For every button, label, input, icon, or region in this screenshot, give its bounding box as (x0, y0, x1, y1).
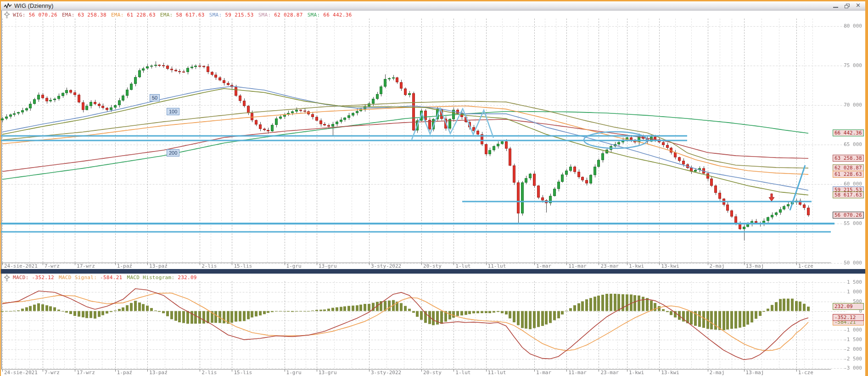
date-label-main: 13-kwi (661, 263, 679, 269)
minimize-button[interactable] (832, 3, 840, 9)
price-tag-label: 63 258.38 (833, 155, 864, 162)
title-bar[interactable]: WIG (Dzienny) ✕ (1, 1, 865, 11)
main-legend-item-value: 58 617.63 (176, 12, 204, 18)
date-label-main: 24-sie-2021 (4, 263, 38, 269)
date-label-macd: 13-paź (149, 370, 168, 376)
main-legend-item-value: 66 442.36 (323, 12, 352, 18)
macd-axis-label: -3 000 (834, 365, 862, 371)
date-label-main: 1-paź (117, 263, 132, 269)
main-legend-item-value: 59 215.53 (225, 12, 253, 18)
date-label-main: 17-wrz (77, 263, 95, 269)
macd-tag-label: 232.09 (833, 303, 864, 310)
main-legend: WIG: 56 070.26EMA: 63 258.38EMA: 61 228.… (2, 11, 357, 18)
date-label-main: 2-lis (202, 263, 217, 269)
date-label-macd: 1-cze (798, 370, 813, 376)
date-label-macd: 2-lis (202, 370, 217, 376)
price-tag-label: 56 070.26 (833, 212, 864, 219)
chart-line-icon (4, 3, 12, 9)
date-label-macd: 1-lut (455, 370, 470, 376)
macd-legend-item-value: -584.21 (100, 275, 122, 281)
date-label-main: 1-kwi (629, 263, 644, 269)
window-title: WIG (Dzienny) (14, 2, 53, 9)
price-axis-label: 80 000 (834, 23, 862, 29)
macd-legend: MACD: -352.12MACD Signal: -584.21MACD Hi… (2, 274, 202, 281)
date-label-main: 1-mar (536, 263, 551, 269)
close-button[interactable]: ✕ (855, 3, 862, 9)
macd-axis-label: 1 000 (834, 289, 862, 295)
main-legend-item-label: SMA: (209, 12, 225, 18)
main-legend-item-label: EMA: (111, 12, 127, 18)
macd-axis-label: -1 500 (834, 337, 862, 342)
chart-window: WIG (Dzienny) ✕ WIG: 56 070.26EMA: 63 25… (0, 0, 868, 376)
price-axis-label: 60 000 (834, 181, 862, 187)
restore-button[interactable] (844, 3, 851, 9)
macd-axis-label: -2 000 (834, 346, 862, 352)
date-label-macd: 17-wrz (77, 370, 95, 376)
main-legend-item-value: 61 228.63 (127, 12, 156, 18)
main-legend-item-value: 63 258.38 (78, 12, 106, 18)
date-label-main: 11-lut (488, 263, 506, 269)
macd-legend-item-label: MACD: (13, 275, 32, 281)
price-tag-label: 58 617.63 (833, 191, 864, 198)
price-tag-label: 61 228.63 (833, 171, 864, 178)
date-label-macd: 1-gru (286, 370, 302, 376)
date-label-macd: 13-kwi (661, 370, 679, 376)
ma-period-tag: 100 (167, 108, 179, 115)
macd-tag-label: -352.12 (833, 314, 864, 321)
macd-legend-item-value: -352.12 (32, 275, 54, 281)
window-border-right (865, 0, 868, 376)
date-label-macd: 13-maj (746, 370, 764, 376)
date-label-main: 23-mar (600, 263, 619, 269)
date-label-macd: 1-mar (536, 370, 551, 376)
date-label-macd: 1-paź (117, 370, 132, 376)
ma-period-tag: 200 (167, 149, 179, 157)
macd-legend-item-label: MACD Signal: (59, 275, 100, 281)
date-label-macd: 24-sie-2021 (4, 370, 38, 376)
main-legend-item-label: SMA: (258, 12, 274, 18)
main-legend-item-label: SMA: (308, 12, 324, 18)
close-icon: ✕ (856, 2, 861, 9)
drag-handle-icon[interactable] (4, 274, 10, 281)
price-tag-label: 62 028.87 (833, 164, 864, 171)
date-label-main: 13-gru (319, 263, 337, 269)
price-axis-label: 55 000 (834, 220, 862, 226)
price-axis-label: 50 000 (834, 260, 862, 266)
date-label-main: 3-sty-2022 (371, 263, 401, 269)
macd-axis-label: 1 500 (834, 279, 862, 285)
date-label-main: 15-lis (234, 263, 252, 269)
window-controls: ✕ (832, 3, 862, 9)
date-label-macd: 23-mar (600, 370, 619, 376)
price-axis-label: 65 000 (834, 141, 862, 147)
macd-axis-label: -1 000 (834, 327, 862, 333)
date-label-macd: 15-lis (234, 370, 252, 376)
date-label-main: 1-cze (798, 263, 813, 269)
date-label-macd: 7-wrz (45, 370, 60, 376)
main-legend-item-value: 62 028.87 (274, 12, 302, 18)
date-label-main: 1-gru (286, 263, 302, 269)
date-label-macd: 2-maj (710, 370, 725, 376)
date-label-macd: 1-kwi (629, 370, 644, 376)
date-label-macd: 11-mar (568, 370, 587, 376)
price-axis-label: 70 000 (834, 102, 862, 108)
date-label-main: 1-lut (455, 263, 470, 269)
chart-canvas[interactable] (0, 0, 868, 376)
price-axis-label: 75 000 (834, 62, 862, 68)
window-border-left (0, 0, 1, 376)
date-label-main: 13-maj (746, 263, 764, 269)
date-label-macd: 3-sty-2022 (371, 370, 401, 376)
minimize-icon (833, 7, 838, 8)
main-legend-item-label: WIG: (13, 12, 29, 18)
date-label-main: 13-paź (149, 263, 168, 269)
date-label-main: 2-maj (710, 263, 725, 269)
drag-handle-icon[interactable] (4, 11, 10, 18)
date-label-main: 20-sty (423, 263, 442, 269)
main-legend-item-value: 56 070.26 (29, 12, 57, 18)
ma-period-tag: 50 (150, 94, 160, 101)
main-legend-item-label: EMA: (62, 12, 78, 18)
macd-legend-item-label: MACD Histogram: (127, 275, 178, 281)
date-label-main: 11-mar (568, 263, 587, 269)
date-label-macd: 13-gru (319, 370, 337, 376)
macd-axis-label: -2 500 (834, 356, 862, 362)
price-tag-label: 66 442.36 (833, 129, 864, 136)
date-label-macd: 20-sty (423, 370, 442, 376)
